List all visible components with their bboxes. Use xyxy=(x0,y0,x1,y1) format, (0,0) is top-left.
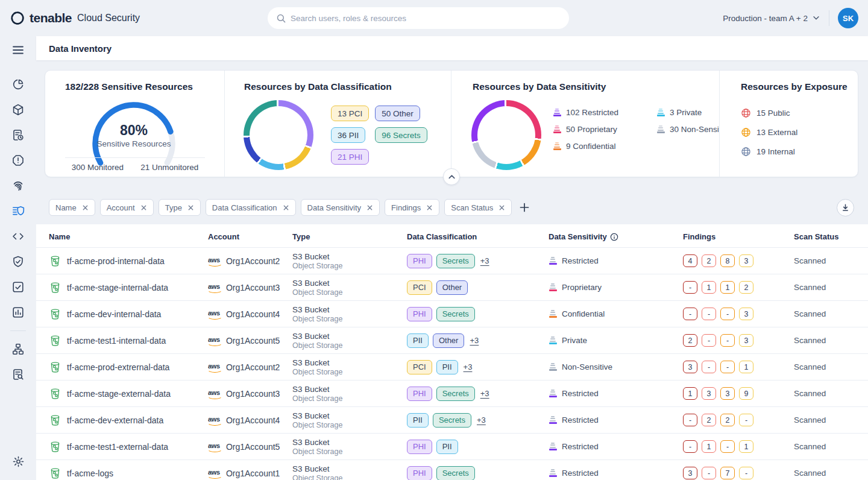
avatar[interactable]: SK xyxy=(838,8,858,28)
finding-pill-low[interactable]: 1 xyxy=(739,361,753,373)
filter-chip[interactable]: Findings xyxy=(385,199,439,216)
finding-pill-critical[interactable]: - xyxy=(683,281,697,294)
column-header-findings[interactable]: Findings xyxy=(683,232,794,241)
filter-chip[interactable]: Data Sensitivity xyxy=(301,199,380,216)
finding-pill-high[interactable]: - xyxy=(702,467,716,479)
finding-pill-medium[interactable]: - xyxy=(720,361,735,373)
close-icon[interactable] xyxy=(426,204,433,211)
table-row[interactable]: tf-acme-dev-internal-dataawsOrg1Account4… xyxy=(36,300,868,327)
collapse-summary-button[interactable] xyxy=(443,168,460,185)
table-row[interactable]: tf-acme-prod-internal-dataawsOrg1Account… xyxy=(36,247,868,274)
sidebar-item-shield-check[interactable] xyxy=(8,251,28,272)
column-header-classification[interactable]: Data Classification xyxy=(407,232,549,241)
sidebar-item-org-chart[interactable] xyxy=(8,339,28,359)
sidebar-item-cube[interactable] xyxy=(8,99,28,120)
close-icon[interactable] xyxy=(366,204,373,211)
finding-pill-high[interactable]: 1 xyxy=(702,440,716,453)
add-filter-button[interactable] xyxy=(519,202,530,213)
exposure-label: 15 Public xyxy=(756,109,790,118)
more-classifications-link[interactable]: +3 xyxy=(480,389,489,398)
search-input[interactable] xyxy=(291,14,561,23)
finding-pill-high[interactable]: 3 xyxy=(702,387,716,400)
sensitivity-cell: Restricted xyxy=(549,389,683,398)
finding-pill-critical[interactable]: 4 xyxy=(683,254,697,267)
finding-pill-low[interactable]: - xyxy=(739,467,753,479)
table-row[interactable]: tf-acme-test1-internal-dataawsOrg1Accoun… xyxy=(36,327,868,353)
close-icon[interactable] xyxy=(187,204,194,211)
finding-pill-critical[interactable]: 3 xyxy=(683,467,697,479)
finding-pill-high[interactable]: 2 xyxy=(702,414,716,426)
menu-icon[interactable] xyxy=(8,40,28,60)
table-row[interactable]: tf-acme-stage-internal-dataawsOrg1Accoun… xyxy=(36,274,868,300)
sidebar-item-checklist[interactable] xyxy=(8,277,28,297)
column-header-status[interactable]: Scan Status xyxy=(794,232,868,241)
finding-pill-high[interactable]: 1 xyxy=(702,281,716,294)
unmonitored-count: 21 Unmonitored xyxy=(140,163,198,172)
sidebar-item-bar-chart[interactable] xyxy=(8,302,28,323)
close-icon[interactable] xyxy=(140,204,147,211)
finding-pill-critical[interactable]: 1 xyxy=(683,387,697,400)
sidebar-item-doc-search[interactable] xyxy=(8,364,28,385)
filter-chip[interactable]: Account xyxy=(100,199,154,216)
finding-pill-high[interactable]: 2 xyxy=(702,254,716,267)
filter-chip[interactable]: Name xyxy=(49,199,95,216)
finding-pill-medium[interactable]: 7 xyxy=(720,467,735,479)
finding-pill-medium[interactable]: - xyxy=(720,334,735,347)
sidebar-item-alert-octagon[interactable] xyxy=(8,150,28,171)
filter-chip[interactable]: Type xyxy=(159,199,201,216)
finding-pill-low[interactable]: 2 xyxy=(739,281,753,294)
finding-pill-high[interactable]: - xyxy=(702,308,716,320)
column-header-name[interactable]: Name xyxy=(49,232,208,241)
finding-pill-critical[interactable]: - xyxy=(683,440,697,453)
more-classifications-link[interactable]: +3 xyxy=(470,336,479,345)
finding-pill-medium[interactable]: - xyxy=(720,308,735,320)
column-header-sensitivity[interactable]: Data Sensitivity xyxy=(549,232,683,241)
scan-status: Scanned xyxy=(794,469,868,478)
sidebar-item-pie-chart[interactable] xyxy=(8,74,28,95)
finding-pill-high[interactable]: - xyxy=(702,361,716,373)
table-row[interactable]: tf-acme-dev-external-dataawsOrg1Account4… xyxy=(36,406,868,433)
finding-pill-medium[interactable]: - xyxy=(720,440,735,453)
finding-pill-low[interactable]: 3 xyxy=(739,254,753,267)
finding-pill-medium[interactable]: 8 xyxy=(720,254,735,267)
finding-pill-medium[interactable]: 1 xyxy=(720,281,735,294)
filter-chip[interactable]: Scan Status xyxy=(444,199,512,216)
sidebar-item-report-clock[interactable] xyxy=(8,125,28,145)
column-header-type[interactable]: Type xyxy=(292,232,407,241)
global-search[interactable] xyxy=(268,7,569,29)
finding-pill-high[interactable]: - xyxy=(702,334,716,347)
finding-pill-critical[interactable]: 3 xyxy=(683,361,697,373)
finding-pill-critical[interactable]: - xyxy=(683,414,697,426)
classification-badge-phi: PHI xyxy=(407,466,432,480)
gear-icon[interactable] xyxy=(8,451,28,472)
finding-pill-low[interactable]: 9 xyxy=(739,387,753,400)
finding-pill-medium[interactable]: 3 xyxy=(720,387,735,400)
more-classifications-link[interactable]: +3 xyxy=(480,256,489,265)
column-header-account[interactable]: Account xyxy=(208,232,292,241)
finding-pill-low[interactable]: 3 xyxy=(739,334,753,347)
close-icon[interactable] xyxy=(498,204,505,211)
table-row[interactable]: tf-acme-logsawsOrg1Account1S3 BucketObje… xyxy=(36,459,868,480)
info-icon[interactable] xyxy=(610,233,618,241)
finding-pill-low[interactable]: 1 xyxy=(739,440,753,453)
sidebar-item-fingerprint[interactable] xyxy=(8,175,28,196)
findings-cell: -112 xyxy=(683,281,794,294)
download-button[interactable] xyxy=(837,199,854,216)
finding-pill-low[interactable]: 3 xyxy=(739,308,753,320)
tenant-selector[interactable]: Production - team A + 2 xyxy=(723,14,820,23)
finding-pill-critical[interactable]: - xyxy=(683,308,697,320)
table-row[interactable]: tf-acme-test1-external-dataawsOrg1Accoun… xyxy=(36,433,868,459)
sidebar-item-data-inventory[interactable] xyxy=(8,201,28,221)
finding-pill-critical[interactable]: 2 xyxy=(683,334,697,347)
more-classifications-link[interactable]: +3 xyxy=(477,415,486,425)
close-icon[interactable] xyxy=(283,204,289,211)
finding-pill-medium[interactable]: 2 xyxy=(720,414,735,426)
close-icon[interactable] xyxy=(82,204,89,211)
more-classifications-link[interactable]: +3 xyxy=(464,362,473,371)
filter-chip[interactable]: Data Classification xyxy=(206,199,296,216)
sidebar-item-code[interactable] xyxy=(8,226,28,247)
table-row[interactable]: tf-acme-prod-extrernal-dataawsOrg1Accoun… xyxy=(36,353,868,380)
table-row[interactable]: tf-acme-stage-external-dataawsOrg1Accoun… xyxy=(36,380,868,406)
classification-cell: PHISecrets+3 xyxy=(407,387,549,401)
finding-pill-low[interactable]: - xyxy=(739,414,753,426)
